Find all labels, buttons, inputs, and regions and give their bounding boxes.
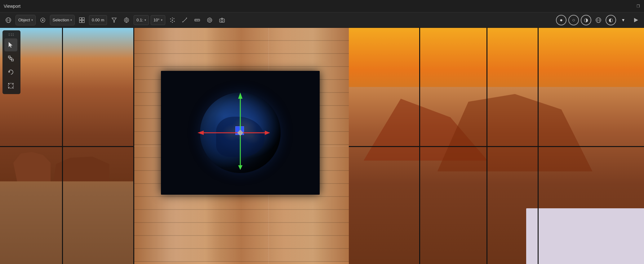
- increment-value: 0.1:: [136, 18, 143, 22]
- restore-button[interactable]: ❐: [636, 4, 640, 8]
- viewport-title: Viewport: [4, 4, 20, 9]
- svg-marker-47: [9, 42, 12, 48]
- selection-label: Selection: [53, 18, 69, 22]
- grip-dot: [11, 35, 12, 36]
- snap-target-button[interactable]: [121, 15, 132, 25]
- svg-point-16: [173, 18, 174, 19]
- svg-rect-24: [195, 19, 200, 21]
- object-mode-label: Object: [18, 18, 30, 22]
- shading-rendered-button[interactable]: [593, 15, 604, 25]
- toolbar-right: ● ○ ◑ ◐ ▾: [556, 15, 641, 25]
- selection-dropdown[interactable]: Selection ▾: [50, 15, 75, 25]
- wood-plank: [133, 41, 349, 54]
- viewport-container: [0, 28, 644, 264]
- global-orientation-button[interactable]: [3, 15, 14, 25]
- move-tool-button[interactable]: [4, 52, 17, 65]
- scale-tool-button[interactable]: [4, 79, 17, 92]
- screen-object[interactable]: [161, 71, 320, 195]
- shading-wireframe-button[interactable]: ○: [568, 15, 579, 25]
- svg-point-18: [174, 21, 175, 22]
- svg-point-17: [170, 21, 171, 22]
- svg-point-20: [172, 22, 173, 23]
- object-mode-dropdown[interactable]: Object ▾: [16, 15, 36, 25]
- svg-point-19: [172, 17, 173, 18]
- wood-plank: [133, 236, 349, 249]
- svg-rect-6: [82, 18, 84, 20]
- svg-point-30: [209, 19, 211, 21]
- svg-point-15: [170, 18, 171, 19]
- shading-dropdown-arrow: ▾: [622, 17, 624, 23]
- measure-button[interactable]: [180, 15, 190, 25]
- shading-eevee-button[interactable]: ◐: [606, 15, 616, 25]
- contrast-icon: ◐: [609, 17, 613, 23]
- title-bar-right: ❐: [636, 4, 640, 8]
- camera-button[interactable]: [217, 15, 227, 25]
- filter-button[interactable]: [109, 15, 119, 25]
- svg-line-21: [183, 18, 187, 22]
- angle-value: 10°: [153, 18, 160, 22]
- shading-solid-button[interactable]: ●: [556, 15, 566, 25]
- room-left-line-2: [133, 28, 134, 264]
- svg-marker-37: [634, 18, 638, 22]
- angle-arrow: ▾: [161, 18, 162, 22]
- rotate-tool-button[interactable]: [4, 66, 17, 79]
- snap-unit: m: [101, 18, 104, 22]
- grip-dot: [9, 33, 10, 34]
- shading-material-button[interactable]: ◑: [581, 15, 591, 25]
- title-bar: Viewport ❐: [0, 0, 644, 12]
- select-tool-button[interactable]: [4, 38, 17, 51]
- angle-value-input[interactable]: 10° ▾: [151, 15, 165, 25]
- earth-globe: [200, 93, 281, 173]
- toolbox-handle[interactable]: [4, 32, 19, 37]
- selected-object-indicator: [235, 126, 244, 135]
- grip-dots: [9, 33, 14, 36]
- sphere-icon: ●: [560, 17, 563, 23]
- scatter-button[interactable]: [167, 15, 178, 25]
- wood-plank: [133, 223, 349, 236]
- svg-marker-9: [112, 18, 116, 22]
- snap-value-input[interactable]: 0.00 m: [89, 15, 107, 25]
- svg-point-14: [172, 19, 173, 21]
- wood-plank: [133, 210, 349, 223]
- wood-plank: [133, 54, 349, 67]
- left-toolbox: [2, 30, 20, 94]
- snap-value: 0.00: [92, 18, 100, 22]
- white-platform: [526, 208, 644, 264]
- settings-button[interactable]: [204, 15, 215, 25]
- circle-outline-icon: ○: [572, 17, 575, 23]
- svg-rect-7: [79, 20, 82, 23]
- room-left-horiz: [0, 146, 133, 147]
- wood-plank: [133, 28, 349, 41]
- object-mode-arrow: ▾: [31, 18, 33, 22]
- wood-plank: [133, 249, 349, 262]
- selection-arrow: ▾: [70, 18, 72, 22]
- half-circle-icon: ◑: [584, 17, 588, 23]
- svg-point-11: [126, 19, 127, 21]
- increment-arrow: ▾: [144, 18, 146, 22]
- svg-point-10: [124, 18, 129, 22]
- grip-dot: [9, 35, 10, 36]
- pivot-button[interactable]: [38, 15, 48, 25]
- room-right-horiz: [349, 146, 644, 147]
- svg-rect-5: [79, 18, 82, 20]
- svg-point-4: [42, 19, 43, 21]
- play-button[interactable]: [630, 15, 641, 25]
- svg-point-33: [221, 19, 223, 22]
- grip-dot: [13, 33, 14, 34]
- grip-dot: [11, 33, 12, 34]
- wood-plank: [133, 197, 349, 210]
- toolbar: Object ▾ Selection ▾ 0.00 m: [0, 12, 644, 28]
- shading-dropdown-button[interactable]: ▾: [618, 15, 628, 25]
- increment-value-input[interactable]: 0.1: ▾: [134, 15, 149, 25]
- grid-button[interactable]: [77, 15, 87, 25]
- earth-globe-container: [200, 93, 281, 173]
- grip-dot: [13, 35, 14, 36]
- svg-marker-51: [9, 71, 10, 73]
- ruler-button[interactable]: [192, 15, 202, 25]
- title-bar-left: Viewport: [4, 4, 20, 9]
- svg-rect-8: [82, 20, 84, 23]
